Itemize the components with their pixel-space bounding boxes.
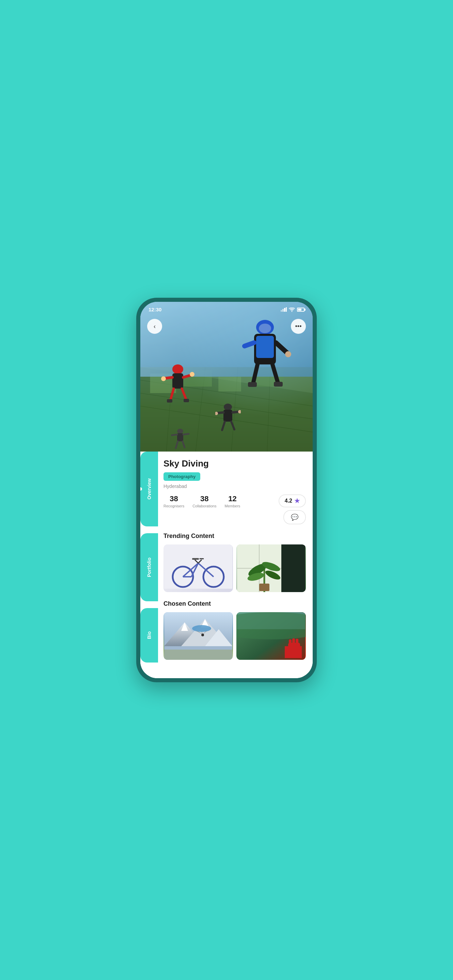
profile-title: Sky Diving (163, 458, 306, 469)
rating-value: 4.2 (285, 498, 292, 504)
signal-icon (281, 307, 287, 312)
stats-row: 38 Recognisers 38 Collaborations 12 Memb… (163, 495, 274, 508)
svg-rect-39 (274, 382, 283, 387)
svg-rect-93 (289, 640, 292, 646)
svg-rect-41 (223, 410, 232, 422)
svg-point-25 (161, 376, 166, 381)
rating-badge: 4.2 ★ (279, 495, 306, 508)
svg-point-34 (285, 351, 291, 357)
svg-line-33 (276, 343, 287, 353)
svg-point-26 (190, 372, 195, 377)
svg-rect-95 (296, 639, 298, 645)
svg-marker-2 (284, 308, 286, 312)
svg-marker-0 (281, 310, 282, 312)
recognisers-stat: 38 Recognisers (163, 495, 184, 508)
bike-illustration (163, 544, 233, 589)
star-icon: ★ (294, 497, 300, 504)
svg-line-51 (183, 434, 189, 434)
svg-point-90 (236, 612, 306, 640)
svg-line-32 (244, 343, 254, 346)
svg-rect-75 (281, 544, 305, 592)
main-content: Sky Diving Photography Hyderabad 38 Reco… (158, 452, 313, 678)
time-display: 12:30 (148, 307, 161, 312)
message-button[interactable]: 💬 (283, 510, 306, 524)
chosen-thumb-2[interactable] (236, 612, 306, 660)
svg-rect-28 (183, 399, 189, 402)
recognisers-value: 38 (163, 495, 184, 503)
svg-rect-38 (248, 382, 257, 387)
tab-portfolio[interactable]: Portfolio (140, 533, 158, 601)
svg-point-40 (224, 404, 232, 410)
skydiver-red (161, 363, 195, 407)
chosen-thumb-1[interactable] (163, 612, 233, 660)
wifi-icon (289, 307, 295, 312)
side-tabs: Overview Portfolio Bio (140, 452, 158, 678)
svg-point-86 (201, 633, 204, 636)
trending-thumb-1[interactable] (163, 544, 233, 592)
recognisers-label: Recognisers (163, 504, 184, 508)
back-button[interactable]: ‹ (147, 319, 162, 334)
members-value: 12 (225, 495, 240, 503)
svg-rect-87 (164, 649, 232, 660)
tab-bio[interactable]: Bio (140, 608, 158, 662)
svg-rect-49 (177, 433, 183, 441)
svg-line-42 (217, 412, 223, 413)
svg-rect-64 (192, 558, 199, 560)
svg-line-52 (176, 441, 178, 448)
svg-marker-3 (286, 307, 287, 312)
chosen-section-title: Chosen Content (163, 600, 306, 608)
hero-nav: ‹ ••• (140, 319, 313, 334)
battery-icon (297, 308, 305, 312)
aerial-illustration (236, 612, 306, 660)
svg-line-36 (253, 364, 257, 383)
hero-image: ‹ ••• (140, 302, 313, 452)
skydiver-tiny (171, 428, 190, 452)
status-bar: 12:30 (140, 302, 313, 312)
members-stat: 12 Members (225, 495, 240, 508)
svg-rect-27 (167, 399, 172, 402)
svg-point-82 (192, 625, 211, 632)
svg-rect-74 (259, 584, 270, 591)
location: Hyderabad (163, 484, 306, 489)
trending-section-title: Trending Content (163, 533, 306, 540)
stats-rating-row: 38 Recognisers 38 Collaborations 12 Memb… (163, 495, 306, 524)
more-button[interactable]: ••• (291, 319, 306, 334)
chosen-content-grid (163, 612, 306, 660)
svg-line-50 (172, 434, 177, 435)
svg-point-4 (292, 311, 293, 312)
plant-illustration (236, 544, 306, 592)
svg-rect-35 (256, 336, 274, 358)
svg-line-37 (273, 364, 278, 383)
rating-col: 4.2 ★ 💬 (279, 495, 306, 524)
message-icon: 💬 (291, 514, 298, 521)
svg-marker-1 (282, 309, 284, 312)
phone-wrapper: 12:30 (136, 298, 317, 682)
status-icons (281, 307, 305, 312)
svg-rect-94 (292, 638, 295, 645)
trending-thumb-2[interactable] (236, 544, 306, 592)
collaborations-label: Collaborations (193, 504, 216, 508)
svg-rect-20 (172, 373, 183, 388)
tab-overview[interactable]: Overview (140, 452, 158, 527)
collaborations-stat: 38 Collaborations (193, 495, 216, 508)
svg-line-24 (182, 388, 186, 400)
svg-line-23 (170, 388, 174, 401)
members-label: Members (225, 504, 240, 508)
phone-screen: 12:30 (140, 302, 313, 678)
svg-line-44 (222, 422, 225, 430)
skydiver-small (215, 402, 241, 434)
svg-line-45 (231, 422, 234, 430)
svg-line-53 (183, 441, 185, 447)
svg-point-48 (177, 429, 183, 434)
category-badge: Photography (163, 472, 200, 481)
svg-point-19 (172, 364, 183, 374)
content-area: Overview Portfolio Bio Sky Diving Photog… (140, 452, 313, 678)
paraglide-illustration (163, 612, 233, 660)
collaborations-value: 38 (193, 495, 216, 503)
trending-content-grid (163, 544, 306, 592)
active-tab-indicator (140, 487, 142, 491)
